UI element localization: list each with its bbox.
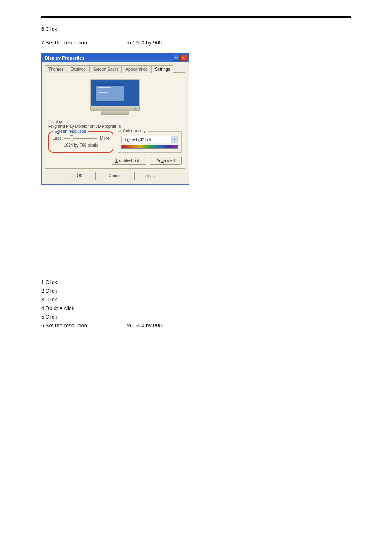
slider-thumb[interactable] (70, 135, 73, 141)
lower-steps: 1 Click 2 Click 3 Click 4 Double click 5… (41, 279, 351, 337)
display-label: Display: (48, 120, 182, 124)
slider-less-label: Less (53, 136, 61, 141)
display-name: Plug and Play Monitor on 3D Prophet III (48, 124, 182, 129)
step-7: 7 Set the resolution to 1600 by 900. (41, 39, 351, 46)
lower-step-6: 6 Set the resolution to 1600 by 900. (41, 322, 351, 328)
close-button[interactable]: × (180, 55, 187, 61)
tab-desktop[interactable]: Desktop (67, 65, 90, 73)
page-divider (41, 16, 351, 18)
tab-settings[interactable]: Settings (151, 65, 173, 73)
lower-step-4: 4 Double click (41, 305, 351, 311)
slider-more-label: More (100, 136, 109, 141)
preview-window (95, 83, 124, 102)
lower-step-5: 5 Click (41, 314, 351, 320)
screen-resolution-group: Screen resolution Less More 1024 by 768 … (48, 131, 113, 153)
color-preview-bar (121, 145, 178, 149)
step-7-text-b: to 1600 by 900. (127, 39, 164, 46)
tab-screensaver[interactable]: Screen Saver (90, 65, 122, 73)
screen-resolution-legend: Screen resolution (53, 129, 88, 134)
dialog-tabs: Themes Desktop Screen Saver Appearance S… (45, 65, 185, 73)
troubleshoot-button[interactable]: Troubleshoot... (112, 157, 146, 165)
color-quality-select[interactable]: Highest (32 bit) (121, 136, 171, 143)
dialog-titlebar[interactable]: Display Properties ? × (42, 53, 189, 62)
monitor-preview (48, 77, 182, 116)
tab-themes[interactable]: Themes (45, 65, 67, 73)
tab-appearance[interactable]: Appearance (122, 65, 151, 73)
lower-step-6-b: to 1600 by 900. (127, 322, 164, 328)
resolution-value: 1024 by 768 pixels (53, 143, 109, 148)
help-button[interactable]: ? (173, 55, 180, 61)
color-quality-legend: Color quality (121, 129, 148, 133)
resolution-slider[interactable] (64, 136, 97, 141)
lower-step-3: 3 Click (41, 296, 351, 303)
step-7-text-a: 7 Set the resolution (41, 39, 87, 46)
chevron-down-icon[interactable]: ⌄ (171, 136, 178, 143)
cancel-button[interactable]: Cancel (99, 172, 131, 180)
ok-button[interactable]: OK (64, 172, 96, 180)
display-properties-dialog: Display Properties ? × Themes Desktop Sc… (41, 53, 189, 185)
step-6: 6 Click (41, 26, 351, 32)
apply-button[interactable]: Apply (134, 172, 166, 180)
lower-step-2: 2 Click (41, 288, 351, 294)
color-quality-value: Highest (32 bit) (123, 137, 151, 142)
settings-panel: Display: Plug and Play Monitor on 3D Pro… (45, 73, 185, 169)
monitor-stand (101, 111, 129, 115)
monitor-screen (90, 79, 140, 106)
lower-dot: . (41, 331, 351, 337)
step-6-text: 6 Click (41, 26, 57, 32)
color-quality-group: Color quality Highest (32 bit) ⌄ (118, 131, 182, 153)
lower-step-6-a: 6 Set the resolution (41, 322, 87, 328)
dialog-title: Display Properties (45, 56, 85, 60)
lower-step-1: 1 Click (41, 279, 351, 285)
advanced-button[interactable]: Advanced (150, 157, 182, 165)
monitor-base (90, 106, 140, 111)
